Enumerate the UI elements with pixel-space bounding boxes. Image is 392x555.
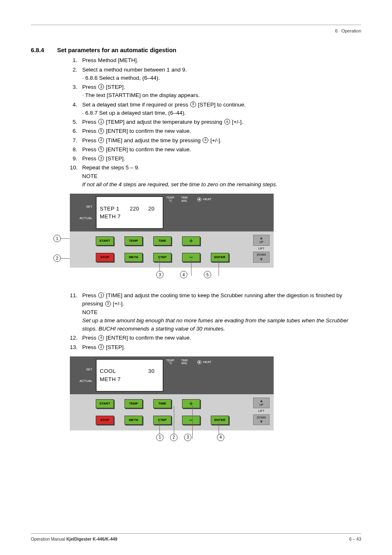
display-method-2: METH 7	[100, 375, 126, 384]
step-content: Press 3 [STEP].	[82, 155, 361, 163]
step-number: 13.	[70, 343, 82, 352]
note-label: NOTE	[82, 172, 361, 180]
lift-up-button[interactable]: ▲UP	[253, 235, 270, 246]
step-button[interactable]: STEP	[153, 253, 171, 262]
start-button[interactable]: START	[96, 236, 114, 245]
display-area: SET ACTUAL STEP 1 220 20 METH 7 TEMP. °C…	[70, 194, 274, 231]
meth-button[interactable]: METH	[125, 253, 143, 262]
list-item: 13.Press 2 [STEP].	[70, 343, 361, 352]
temp-header-2: TEMP. °C	[164, 359, 177, 365]
step-content: Press Method [METH].	[82, 56, 361, 65]
time-button[interactable]: TIME	[153, 399, 171, 408]
step-content: Press 1 [TIME] and adjust the cooling ti…	[82, 291, 361, 333]
lift-control: ▲UP LIFT DOWN▼	[253, 235, 270, 263]
callout-1: 1	[53, 235, 61, 242]
section-heading: 6.8.4 Set parameters for an automatic di…	[31, 46, 361, 55]
lift-down-button[interactable]: DOWN▼	[253, 414, 270, 426]
circled-number-icon: 3	[190, 102, 196, 107]
time-button[interactable]: TIME	[153, 236, 171, 245]
step-subtext: · 6.8.7 Set up a delayed start time, (6–…	[82, 109, 361, 117]
heat-indicator-2: HEAT	[197, 360, 212, 365]
heat-indicator: HEAT	[197, 197, 212, 202]
page-header: 6 Operation	[31, 28, 361, 35]
step-content: Press 2 [TIME] and adjust the time by pr…	[82, 136, 361, 145]
note-text: Set up a time amount big enough that no …	[82, 317, 361, 333]
display-step: STEP 1	[100, 205, 126, 213]
callout-b4: 4	[217, 434, 224, 441]
display-method: METH 7	[100, 213, 126, 221]
list-item: 9.Press 3 [STEP].	[70, 155, 361, 163]
circled-number-icon: 3	[105, 301, 111, 307]
section-number: 6.8.4	[31, 46, 55, 55]
list-item: 11.Press 1 [TIME] and adjust the cooling…	[70, 291, 361, 333]
step-content: Repeat the steps 5 – 9.NOTEIf not all of…	[82, 164, 361, 189]
minus-button[interactable]: −	[182, 416, 200, 425]
lift-down-button[interactable]: DOWN▼	[253, 252, 270, 263]
note-text: If not all of the 4 steps are required, …	[82, 180, 361, 189]
temp-button[interactable]: TEMP	[125, 236, 143, 245]
header-title: Operation	[341, 28, 361, 33]
stop-button[interactable]: STOP	[96, 253, 114, 262]
lcd-display-2: COOL 30 METH 7	[96, 359, 164, 392]
list-item: 2.Select a method number between 1 and 9…	[70, 66, 361, 83]
time-header: TIME MIN.	[178, 196, 191, 202]
list-item: 4.Set a delayed start time if required o…	[70, 101, 361, 118]
lift-control-2: ▲UP LIFT DOWN▼	[253, 398, 270, 426]
circled-number-icon: 4	[224, 119, 230, 125]
step-content: Set a delayed start time if required or …	[82, 101, 361, 118]
plus-button[interactable]: +	[182, 236, 200, 245]
temp-button[interactable]: TEMP	[125, 399, 143, 408]
actual-label: ACTUAL	[79, 379, 92, 384]
display-temp-2	[126, 367, 143, 375]
temp-header: TEMP. °C	[164, 196, 177, 202]
stop-button[interactable]: STOP	[96, 416, 114, 425]
enter-button[interactable]: ENTER	[211, 416, 229, 425]
list-item: 7.Press 2 [TIME] and adjust the time by …	[70, 136, 361, 145]
callout-b3: 3	[184, 434, 191, 441]
step-content: Press 4 [ENTER] to confirm the new value…	[82, 334, 361, 342]
lift-label: LIFT	[258, 409, 264, 414]
step-content: Press 2 [STEP].	[82, 343, 361, 352]
control-panel-1: 1 2 SET ACTUAL STEP 1 220 20 METH 7 TEMP…	[70, 194, 274, 268]
list-item: 3.Press 3 [STEP].· The text [STARTTIME] …	[70, 83, 361, 100]
enter-button[interactable]: ENTER	[211, 253, 229, 262]
header-chapter: 6	[335, 28, 337, 33]
meth-button[interactable]: METH	[125, 416, 143, 425]
circled-number-icon: 4	[203, 137, 208, 143]
step-number: 3.	[70, 83, 82, 91]
lift-up-button[interactable]: ▲UP	[253, 398, 270, 409]
step-number: 5.	[70, 118, 82, 126]
step-content: Press 5 [ENTER] to confirm the new value…	[82, 146, 361, 154]
display-temp: 220	[126, 205, 143, 213]
callout-2: 2	[53, 254, 61, 262]
step-number: 9.	[70, 155, 82, 163]
list-item: 1.Press Method [METH].	[70, 56, 361, 65]
step-number: 7.	[70, 136, 82, 145]
display-cool: COOL	[100, 367, 126, 375]
plus-button[interactable]: +	[182, 399, 200, 408]
step-number: 12.	[70, 334, 82, 342]
step-content: Press 1 [TEMP] and adjust the temperatur…	[82, 118, 361, 126]
callout-b2: 2	[170, 434, 178, 441]
display-area-2: SET ACTUAL COOL 30 METH 7 TEMP. °C TIME …	[70, 356, 274, 394]
button-area-2: START TEMP TIME + STOP METH STEP − ENTER…	[70, 394, 274, 430]
list-item: 10.Repeat the steps 5 – 9.NOTEIf not all…	[70, 164, 361, 189]
button-area: START TEMP TIME + STOP METH STEP − ENTER…	[70, 231, 274, 268]
callout-3: 3	[156, 271, 164, 278]
step-number: 2.	[70, 66, 82, 74]
step-button[interactable]: STEP	[153, 416, 171, 425]
step-content: Select a method number between 1 and 9.·…	[82, 66, 361, 83]
circled-number-icon: 1	[98, 119, 104, 125]
lcd-display: STEP 1 220 20 METH 7	[96, 196, 164, 229]
start-button[interactable]: START	[96, 399, 114, 408]
callout-5: 5	[204, 271, 211, 278]
circled-number-icon: 5	[98, 128, 104, 134]
note-label: NOTE	[82, 308, 361, 317]
set-label: SET	[86, 367, 92, 372]
step-list-2: 11.Press 1 [TIME] and adjust the cooling…	[70, 291, 361, 352]
circled-number-icon: 3	[98, 155, 104, 161]
step-number: 11.	[70, 291, 82, 300]
step-number: 6.	[70, 127, 82, 135]
step-number: 8.	[70, 146, 82, 154]
step-subtext: · The text [STARTTIME] on the display ap…	[82, 91, 361, 99]
